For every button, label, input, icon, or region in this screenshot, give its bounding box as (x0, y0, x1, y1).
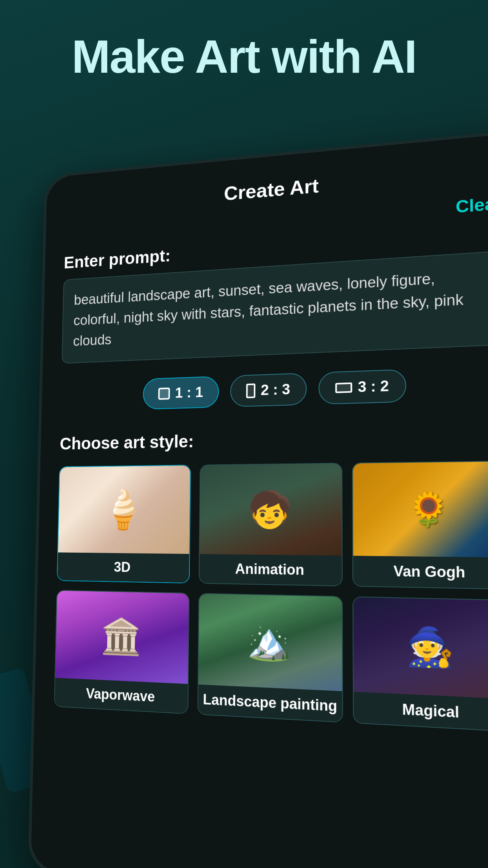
aspect-ratio-group: 1 : 1 2 : 3 3 : 2 (61, 365, 488, 412)
style-name-magical: Magical (354, 692, 488, 731)
style-card-magical[interactable]: Magical (352, 596, 488, 732)
style-name-3d: 3D (57, 552, 189, 583)
style-thumb-vangogh (353, 462, 488, 557)
app-screen: Create Art Clear Enter prompt: beautiful… (31, 132, 488, 868)
ratio-2-3[interactable]: 2 : 3 (230, 373, 307, 407)
ratio-1-1[interactable]: 1 : 1 (143, 376, 219, 410)
style-thumb-magical (353, 597, 488, 699)
phone-frame: Create Art Clear Enter prompt: beautiful… (28, 129, 488, 868)
phone-inner: Create Art Clear Enter prompt: beautiful… (31, 132, 488, 868)
style-name-vaporwave: Vaporwave (55, 678, 188, 714)
art-styles-grid: 3D Animation Van Gogh V (54, 461, 488, 732)
style-card-3d[interactable]: 3D (57, 465, 191, 583)
landscape-ratio-icon (335, 382, 352, 393)
style-name-vangogh: Van Gogh (353, 556, 488, 589)
style-name-animation: Animation (200, 554, 342, 585)
square-ratio-icon (158, 387, 170, 399)
style-thumb-animation (200, 463, 341, 555)
portrait-ratio-icon (246, 383, 255, 398)
ratio-3-2[interactable]: 3 : 2 (319, 369, 407, 405)
ratio-2-3-label: 2 : 3 (261, 381, 290, 399)
style-thumb-3d (58, 465, 190, 554)
main-title: Make Art with AI (0, 31, 488, 83)
style-card-vaporwave[interactable]: Vaporwave (54, 590, 189, 714)
ratio-3-2-label: 3 : 2 (358, 378, 389, 396)
art-style-section-label: Choose art style: (60, 424, 488, 454)
style-card-vangogh[interactable]: Van Gogh (352, 461, 488, 590)
screen-content: Create Art Clear Enter prompt: beautiful… (31, 132, 488, 868)
style-card-animation[interactable]: Animation (199, 463, 343, 586)
style-thumb-vaporwave (55, 590, 189, 684)
style-thumb-landscape (198, 594, 342, 691)
ratio-1-1-label: 1 : 1 (175, 384, 203, 401)
style-card-landscape[interactable]: Landscape painting (197, 593, 343, 723)
